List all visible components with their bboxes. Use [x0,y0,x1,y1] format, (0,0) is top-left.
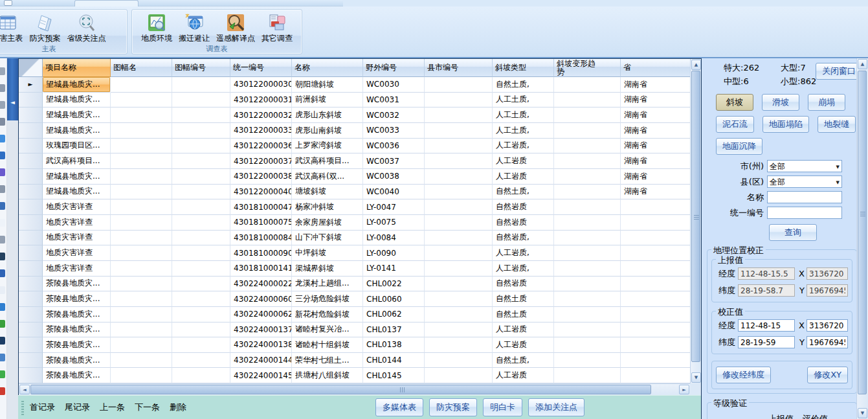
grid-cell[interactable]: 茶陵县地质灾... [43,291,111,307]
record-nav-item[interactable]: 首记录 [30,402,55,413]
column-header[interactable]: 项目名称 [43,59,111,77]
grid-cell[interactable]: 武汉高科项目... [292,153,363,169]
grid-cell[interactable]: WC0037 [363,153,425,169]
grid-cell[interactable] [621,368,690,383]
grid-cell[interactable] [425,307,493,323]
grid-cell[interactable] [425,139,493,154]
table-row[interactable]: 武汉高科项目...430122000037武汉高科项目...WC0037人工岩质… [19,153,690,169]
grid-cell[interactable]: 地质灾害详查 [43,231,111,246]
grid-cell[interactable] [111,277,172,292]
table-row[interactable]: 茶陵县地质灾...430224000022龙溪村上趟组...CHL0022自然岩… [19,277,690,292]
grid-cell[interactable] [425,337,493,353]
grid-cell[interactable]: 中坪斜坡 [292,245,363,261]
grid-cell[interactable]: 430122000040 [230,185,292,200]
grid-cell[interactable] [111,323,172,338]
grid-cell[interactable]: 茶陵县地质灾... [43,323,111,338]
record-nav-item[interactable]: 上一条 [100,402,125,413]
grid-cell[interactable] [425,245,493,261]
scroll-down-button[interactable]: ▼ [691,372,701,383]
grid-cell[interactable]: 自然岩质 [493,277,554,292]
grid-cell[interactable] [621,291,690,307]
grid-cell[interactable]: 湖南省 [621,123,690,139]
row-selector[interactable]: ► [19,77,43,93]
row-selector[interactable] [19,123,43,139]
grid-cell[interactable] [172,323,230,338]
grid-cell[interactable]: 地质灾害详查 [43,215,111,231]
grid-cell[interactable]: 自然岩质 [493,215,554,231]
table-row[interactable]: 望城县地质灾...430122000033虎形山南斜坡WC0033人工土质,湖南… [19,123,690,139]
grid-cell[interactable] [172,245,230,261]
grid-cell[interactable]: 望城县地质灾... [43,93,111,108]
grid-cell[interactable] [425,353,493,368]
remote-sensing-button[interactable]: 遥感解译点 [213,11,258,43]
grid-cell[interactable] [425,169,493,185]
grid-cell[interactable]: 自然岩质 [493,199,554,215]
grid-cell[interactable] [172,153,230,169]
province-focus-button[interactable]: 省级关注点 [64,11,109,43]
grid-cell[interactable]: CHL0137 [363,323,425,338]
record-nav-item[interactable]: 删除 [170,402,186,413]
grid-cell[interactable]: 望城县地质灾... [43,185,111,200]
tool-icon[interactable] [0,370,5,378]
grid-cell[interactable]: 430224000144 [230,353,292,368]
tool-icon[interactable] [0,236,5,243]
grid-cell[interactable]: WC0033 [363,123,425,139]
grid-cell[interactable]: 自然岩质, [493,231,554,246]
row-selector[interactable] [19,291,43,307]
grid-cell[interactable]: 430181000075 [230,215,292,231]
grid-cell[interactable]: 茶陵县地质灾... [43,353,111,368]
grid-cell[interactable]: 拱塘村八组斜坡 [292,368,363,383]
grid-cell[interactable] [425,261,493,277]
row-selector[interactable] [19,231,43,246]
ribbon-tab[interactable] [74,0,139,6]
tool-icon[interactable] [0,286,5,294]
grid-cell[interactable]: WC0032 [363,108,425,123]
grid-cell[interactable]: 430224000137 [230,323,292,338]
category-button[interactable]: 地面沉降 [716,138,762,155]
grid-cell[interactable]: 湖南省 [621,77,690,93]
grid-cell[interactable]: 人工岩质, [493,245,554,261]
grid-cell[interactable] [554,368,621,383]
table-row[interactable]: 地质灾害详查430181000084山下冲下斜坡LY-0084自然岩质, [19,231,690,246]
scrollbar-thumb[interactable] [30,385,651,394]
grid-cell[interactable]: 自然土质, [493,77,554,93]
grid-cell[interactable] [425,291,493,307]
grid-cell[interactable] [111,199,172,215]
grid-cell[interactable]: CHL0062 [363,307,425,323]
grid-cell[interactable] [425,323,493,338]
grid-cell[interactable]: CHL0138 [363,337,425,353]
row-selector[interactable] [19,245,43,261]
column-header[interactable]: 省 [621,59,690,77]
table-row[interactable]: 地质灾害详查430181000075余家房屋斜坡LY-0075自然岩质 [19,215,690,231]
grid-cell[interactable] [621,245,690,261]
tool-icon[interactable] [0,337,5,345]
grid-cell[interactable] [111,307,172,323]
grid-cell[interactable]: WC0038 [363,169,425,185]
grid-cell[interactable]: 人工土质, [493,108,554,123]
row-selector[interactable] [19,185,43,200]
category-button[interactable]: 滑坡 [762,94,799,111]
grid-cell[interactable]: 430224000060 [230,291,292,307]
grid-cell[interactable]: 塘坡斜坡 [292,185,363,200]
grid-cell[interactable]: WC0040 [363,185,425,200]
grid-horizontal-scrollbar[interactable]: ◄ ► [19,383,690,395]
grid-cell[interactable] [111,108,172,123]
grid-cell[interactable]: 自然土质, [493,353,554,368]
other-survey-button[interactable]: 其它调查 [258,11,296,43]
grid-cell[interactable]: 430122000038 [230,169,292,185]
grid-cell[interactable] [172,291,230,307]
row-selector[interactable] [19,353,43,368]
table-row[interactable]: 茶陵县地质灾...430224000062新花村危险斜坡CHL0062自然土质 [19,307,690,323]
table-row[interactable]: 地质灾害详查430181000047杨家冲斜坡LY-0047自然岩质 [19,199,690,215]
grid-cell[interactable] [554,323,621,338]
grid-cell[interactable]: CHL0060 [363,291,425,307]
grid-cell[interactable] [621,353,690,368]
modify-latlng-button[interactable]: 修改经纬度 [716,367,771,383]
row-selector[interactable] [19,153,43,169]
grid-cell[interactable] [172,353,230,368]
grid-cell[interactable]: 湖南省 [621,185,690,200]
grid-cell[interactable] [621,215,690,231]
row-selector[interactable] [19,323,43,338]
grid-cell[interactable]: 430224000062 [230,307,292,323]
record-nav-item[interactable]: 下一条 [135,402,160,413]
